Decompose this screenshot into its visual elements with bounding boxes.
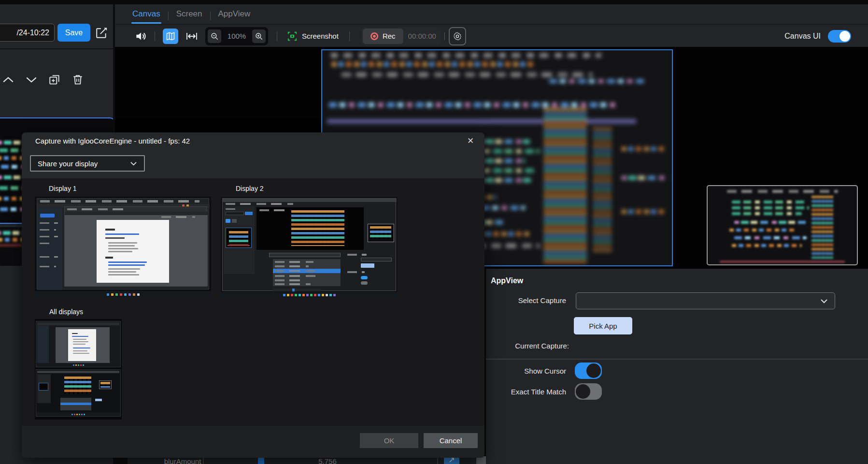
zoom-in-button[interactable] xyxy=(252,29,266,43)
view-tabs: Canvas Screen AppView xyxy=(131,8,251,24)
screenshot-label: Screenshot xyxy=(302,32,339,40)
property-name: blurAmount xyxy=(144,457,221,464)
display2-taskbar xyxy=(221,292,398,298)
tab-screen[interactable]: Screen xyxy=(175,8,203,24)
canvas-ui-label: Canvas UI xyxy=(784,32,821,41)
record-label: Rec xyxy=(383,32,396,40)
record-settings-button[interactable] xyxy=(449,27,466,45)
zoom-level: 100% xyxy=(226,32,247,40)
display2-label: Display 2 xyxy=(236,185,264,192)
dialog-footer: OK Cancel xyxy=(22,426,484,458)
layer-actions xyxy=(2,73,84,86)
top-strip xyxy=(0,0,868,4)
canvas-ui-toggle[interactable] xyxy=(828,30,851,43)
display2-thumbnail[interactable] xyxy=(221,197,398,298)
duplicate-button[interactable] xyxy=(48,73,61,86)
zoom-out-button[interactable] xyxy=(208,29,221,43)
audio-icon[interactable] xyxy=(134,30,147,43)
appview-panel-title: AppView xyxy=(491,276,523,285)
tab-canvas[interactable]: Canvas xyxy=(131,8,161,24)
capture-name-input[interactable]: /24-10:22 xyxy=(0,24,55,42)
all-displays-thumbnail[interactable] xyxy=(35,319,122,420)
sidebar-divider xyxy=(0,48,113,49)
show-cursor-toggle[interactable] xyxy=(575,362,602,379)
tab-separator xyxy=(210,12,211,20)
tab-appview[interactable]: AppView xyxy=(217,8,252,24)
select-capture-dropdown[interactable] xyxy=(576,292,835,309)
dialog-title: Capture with IglooCoreEngine - untitled … xyxy=(35,137,190,145)
edit-icon[interactable] xyxy=(95,27,108,39)
delete-button[interactable] xyxy=(71,73,84,86)
record-icon xyxy=(370,32,378,40)
record-controls: Rec 00:00:00 xyxy=(361,27,441,45)
record-button[interactable]: Rec xyxy=(363,29,403,44)
current-capture-label: Current Capture: xyxy=(492,342,569,350)
canvas-ui-control: Canvas UI xyxy=(784,25,851,47)
record-timer: 00:00:00 xyxy=(408,32,439,40)
close-icon[interactable]: ✕ xyxy=(464,134,477,147)
ok-button[interactable]: OK xyxy=(360,433,418,448)
capture-name-value: /24-10:22 xyxy=(16,29,49,37)
fit-width-icon[interactable] xyxy=(185,30,199,42)
all-displays-label: All displays xyxy=(49,308,83,316)
canvas-minimap-thumbnail[interactable] xyxy=(707,185,858,265)
main-header: Canvas Screen AppView xyxy=(115,4,868,47)
chevron-down-icon xyxy=(820,298,828,304)
move-down-button[interactable] xyxy=(25,74,38,85)
app-window: /24-10:22 Save xyxy=(0,0,868,464)
zoom-controls: 100% xyxy=(205,27,268,45)
cancel-button[interactable]: Cancel xyxy=(424,433,478,448)
select-capture-label: Select Capture xyxy=(489,296,566,304)
screenshot-button[interactable]: Screenshot xyxy=(287,31,339,42)
share-source-value: Share your display xyxy=(38,160,98,168)
layer-thumbnail-redline xyxy=(0,245,22,246)
map-view-button[interactable] xyxy=(163,29,178,44)
pick-app-button[interactable]: Pick App xyxy=(574,317,632,334)
property-value: 5.756 xyxy=(299,457,356,464)
appview-panel: AppView Select Capture Pick App Current … xyxy=(486,269,868,464)
exact-title-match-label: Exact Title Match xyxy=(489,388,566,396)
save-button[interactable]: Save xyxy=(57,24,90,42)
chevron-down-icon xyxy=(130,161,137,166)
exact-title-match-toggle[interactable] xyxy=(575,383,602,400)
move-up-button[interactable] xyxy=(2,74,14,85)
capture-source-dialog: Capture with IglooCoreEngine - untitled … xyxy=(22,132,484,458)
display1-taskbar xyxy=(35,291,211,298)
appview-divider xyxy=(486,359,868,360)
canvas-toolbar: 100% Screenshot xyxy=(115,25,868,47)
tab-separator xyxy=(168,12,169,20)
share-source-dropdown[interactable]: Share your display xyxy=(30,155,145,172)
display-picker-area: Display 1 Display 2 xyxy=(22,178,484,426)
display1-thumbnail[interactable] xyxy=(35,197,211,298)
gear-icon xyxy=(453,31,462,41)
show-cursor-label: Show Cursor xyxy=(489,367,566,375)
screenshot-icon xyxy=(287,31,298,42)
display1-label: Display 1 xyxy=(49,185,77,192)
minimap-statusbar xyxy=(720,261,845,262)
